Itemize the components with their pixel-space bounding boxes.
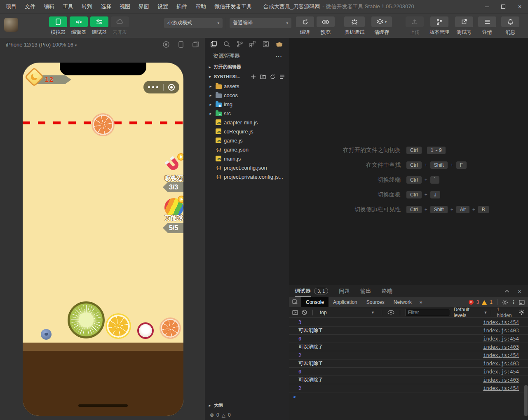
windows-icon[interactable] [192, 41, 199, 48]
more-menu-icon[interactable] [148, 86, 158, 88]
close-button[interactable]: × [512, 0, 528, 13]
new-file-icon[interactable] [251, 74, 256, 79]
devtools-tab-console[interactable]: Console [301, 297, 329, 307]
extensions-icon[interactable] [249, 41, 256, 47]
menu-interface[interactable]: 界面 [134, 0, 153, 13]
log-source-link[interactable]: index.js:403 [483, 361, 519, 366]
new-folder-icon[interactable] [260, 74, 266, 79]
phone-frame-icon[interactable] [178, 41, 183, 48]
tab-problems[interactable]: 问题 [339, 285, 350, 297]
log-source-link[interactable]: index.js:403 [483, 328, 519, 334]
devtools-tab-sources[interactable]: Sources [362, 297, 389, 307]
devtools-tab-application[interactable]: Application [329, 297, 362, 307]
file-tree-item[interactable]: JS adapter-min.js [205, 118, 289, 127]
file-tree-item[interactable]: ▸ cocos [205, 91, 289, 100]
error-count[interactable]: 3 [476, 299, 479, 305]
section-outline[interactable]: ▸ 大纲 [205, 400, 289, 410]
magnet-powerup-button[interactable] [164, 156, 183, 175]
game-screen[interactable]: 12 吸铁石 3/3 万能球 5/5 [23, 63, 183, 416]
file-tree-item[interactable]: ▸ ‹› src [205, 109, 289, 118]
problems-status[interactable]: ⊗ 0 △ 0 [205, 410, 289, 420]
filter-input[interactable] [406, 309, 450, 316]
clear-console-icon[interactable] [302, 310, 307, 315]
js-file-icon: JS [215, 155, 222, 162]
menu-devtools[interactable]: 微信开发者工具 [210, 0, 256, 13]
kebab-menu-icon[interactable]: ⋮ [511, 299, 516, 305]
menu-settings[interactable]: 设置 [153, 0, 172, 13]
log-source-link[interactable]: index.js:454 [483, 369, 519, 375]
log-source-link[interactable]: index.js:454 [483, 320, 519, 325]
hidden-count[interactable]: 1 hidden [497, 307, 515, 318]
file-tree-item[interactable]: {..} project.private.config.js... [205, 172, 289, 181]
collapse-all-icon[interactable] [279, 74, 285, 79]
test-account-button[interactable]: 测试号 [454, 16, 474, 36]
file-tree-item[interactable]: {..} project.config.json [205, 163, 289, 172]
editor-toggle-button[interactable]: </> 编辑器 [68, 16, 89, 36]
file-tree-item[interactable]: JS main.js [205, 154, 289, 163]
avatar[interactable] [4, 18, 18, 32]
gear-icon[interactable] [502, 299, 508, 306]
maximize-button[interactable] [495, 0, 512, 13]
clear-cache-button[interactable]: ▾ 清缓存 [371, 16, 393, 36]
teapot-icon[interactable] [276, 41, 283, 47]
files-icon[interactable] [211, 41, 217, 47]
compile-mode-select[interactable]: 普通编译 ▾ [230, 18, 291, 28]
file-tree-item[interactable]: ▸ assets [205, 82, 289, 91]
chevron-up-icon[interactable] [505, 290, 509, 293]
context-select[interactable]: top ▼ [318, 308, 376, 317]
record-icon[interactable] [163, 41, 169, 48]
widget-icon[interactable] [263, 41, 269, 47]
log-source-link[interactable]: index.js:454 [483, 336, 519, 342]
gear-icon[interactable] [519, 309, 525, 315]
exit-target-icon[interactable] [168, 84, 175, 91]
details-button[interactable]: 详情 [477, 16, 497, 36]
menu-tools[interactable]: 工具 [59, 0, 77, 13]
refresh-icon[interactable] [270, 74, 275, 79]
eye-icon[interactable] [387, 310, 394, 315]
warning-count[interactable]: 1 [490, 299, 493, 305]
menu-plugins[interactable]: 插件 [172, 0, 191, 13]
simulator-toggle-button[interactable]: 模拟器 [48, 16, 68, 36]
source-control-icon[interactable] [237, 41, 243, 47]
menu-file[interactable]: 文件 [21, 0, 40, 13]
menu-project[interactable]: 项目 [2, 0, 21, 13]
remote-debug-button[interactable]: 真机调试 [343, 16, 366, 36]
log-source-link[interactable]: index.js:403 [483, 377, 519, 383]
file-tree-item[interactable]: JS game.js [205, 136, 289, 145]
inspect-icon[interactable] [289, 297, 301, 307]
messages-button[interactable]: 消息 [500, 16, 521, 36]
search-icon[interactable] [223, 41, 230, 47]
dock-icon[interactable] [519, 300, 525, 305]
debugger-toggle-button[interactable]: 调试器 [89, 16, 110, 36]
menu-select[interactable]: 选择 [96, 0, 115, 13]
menu-edit[interactable]: 编辑 [40, 0, 59, 13]
minimize-button[interactable] [479, 0, 495, 13]
devtools-tab-network[interactable]: Network [389, 297, 416, 307]
compile-button[interactable]: 编译 [295, 16, 315, 36]
log-levels-select[interactable]: Default levels ▼ [454, 307, 488, 318]
more-tabs-icon[interactable]: » [416, 297, 426, 307]
preview-button[interactable]: 预览 [315, 16, 336, 36]
menu-goto[interactable]: 转到 [77, 0, 96, 13]
file-tree-item[interactable]: JS ccRequire.js [205, 127, 289, 136]
section-open-editors[interactable]: ▸ 打开的编辑器 [205, 62, 289, 72]
tab-output[interactable]: 输出 [360, 285, 371, 297]
file-tree-item[interactable]: {..} game.json [205, 145, 289, 154]
version-control-button[interactable]: 版本管理 [427, 16, 451, 36]
console-sidebar-icon[interactable] [292, 310, 298, 315]
more-actions-icon[interactable]: ··· [276, 53, 289, 59]
section-project[interactable]: ▾ SYNTHESI... [205, 72, 289, 82]
file-tree-item[interactable]: ▸ ▣ img [205, 100, 289, 109]
scrollbar-thumb[interactable] [524, 385, 528, 416]
log-source-link[interactable]: index.js:454 [483, 385, 519, 391]
tab-terminal[interactable]: 终端 [382, 285, 392, 297]
close-panel-icon[interactable]: × [518, 288, 521, 295]
device-selector[interactable]: iPhone 12/13 (Pro) 100% 16 ▾ [6, 42, 77, 48]
mode-select[interactable]: 小游戏模式 ▾ [164, 18, 223, 28]
tab-debugger[interactable]: 调试器 3, 1 [295, 285, 328, 297]
console-prompt[interactable]: > [289, 392, 528, 401]
log-source-link[interactable]: index.js:454 [483, 352, 519, 358]
menu-help[interactable]: 帮助 [191, 0, 210, 13]
log-source-link[interactable]: index.js:403 [483, 344, 519, 350]
menu-view[interactable]: 视图 [115, 0, 134, 13]
